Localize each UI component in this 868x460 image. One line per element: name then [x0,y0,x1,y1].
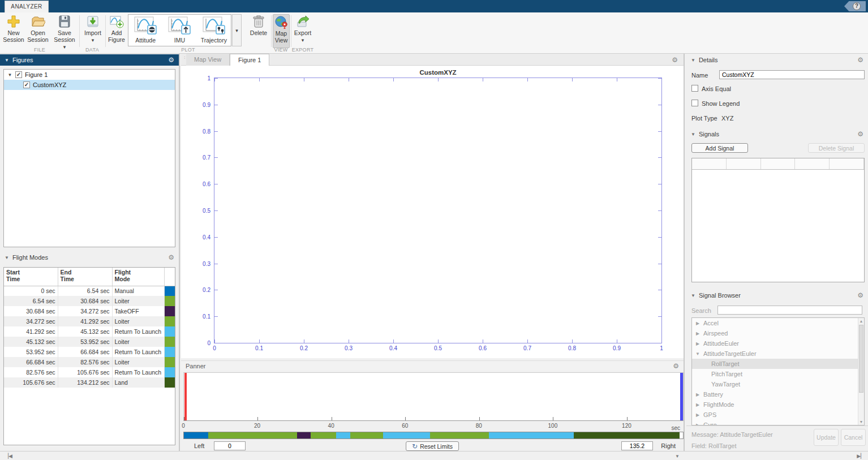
gear-icon[interactable] [168,57,174,63]
tab-figure1[interactable]: Figure 1 [230,54,269,66]
flight-mode-row[interactable]: 0 sec6.54 secManual [4,286,175,296]
x-tick-label: 0.9 [613,345,621,351]
signal-browser-item[interactable]: ▼AttitudeTargetEuler [692,349,864,359]
signal-browser-footer: Message: AttitudeTargetEuler Field: Roll… [686,425,868,451]
tree-expand-icon[interactable]: ▶ [695,392,700,397]
map-view-button[interactable]: Map View [273,14,290,48]
flight-mode-row[interactable]: 41.292 sec45.132 secReturn To Launch [4,326,175,337]
scroll-up-icon[interactable]: ▲ [858,319,864,323]
open-session-button[interactable]: Open Session [26,14,50,43]
y-tick-label: 0.4 [203,234,210,240]
flight-mode-row[interactable]: 105.676 sec134.212 secLand [4,377,175,388]
tree-expand-icon[interactable]: ▼ [7,72,12,78]
import-button[interactable]: Import [81,14,104,44]
delete-signal-button[interactable]: Delete Signal [808,143,865,153]
gear-icon[interactable] [857,292,863,299]
reset-limits-button[interactable]: ↻ Reset Limits [406,441,459,451]
left-limit-input[interactable] [214,441,246,450]
collapse-right-icon[interactable]: ▶▏ [857,453,865,459]
export-icon [295,14,310,29]
y-tick-label: 0.8 [203,128,210,134]
tree-expand-icon[interactable]: ▶ [695,321,700,326]
tab-map-view[interactable]: Map View [186,54,230,66]
gear-icon[interactable] [672,56,678,64]
y-tick-mark [658,78,661,79]
add-signal-button[interactable]: Add Signal [691,143,748,153]
gear-icon[interactable] [857,131,863,137]
panner-tick-label: 0 [182,423,185,429]
dock-handle-icon[interactable]: ⋮⋮ [182,55,185,64]
signal-browser-item[interactable]: ▶GPS [692,410,864,420]
signal-browser-item[interactable]: ▶Accel [692,318,864,328]
collapse-triangle-icon[interactable]: ▼ [5,255,9,260]
panner-right-cursor[interactable] [680,373,683,420]
signal-browser-item[interactable]: ▶Gyro [692,420,864,425]
tree-expand-icon[interactable]: ▼ [695,351,700,356]
axis-equal-checkbox[interactable] [691,85,698,92]
scrollbar-thumb[interactable] [859,325,863,393]
section-label-plot: PLOT [105,47,271,53]
new-session-button[interactable]: New Session [2,14,25,43]
save-session-button[interactable]: Save Session [51,14,78,50]
add-figure-button[interactable]: Add Figure [106,14,127,43]
gear-icon[interactable] [673,363,679,369]
show-legend-checkbox[interactable] [691,100,698,106]
panner-canvas[interactable] [183,372,684,421]
help-button[interactable]: ? [844,1,866,11]
delete-button[interactable]: Delete [248,14,269,36]
start-time-cell: 105.676 sec [4,377,58,388]
trajectory-plot-button[interactable]: Trajectory [197,15,231,46]
tree-item-checkbox[interactable] [23,81,30,88]
tree-scrollbar[interactable]: ▲ ▼ [858,318,864,425]
collapse-triangle-icon[interactable]: ▼ [691,293,695,298]
tree-expand-icon[interactable]: ▶ [695,412,700,418]
gear-icon[interactable] [168,254,174,261]
flight-mode-row[interactable]: 45.132 sec53.952 secLoiter [4,337,175,347]
signal-browser-item[interactable]: ▶FlightMode [692,399,864,410]
tree-expand-icon[interactable]: ▶ [695,331,700,336]
collapse-triangle-icon[interactable]: ▼ [5,58,9,63]
update-button[interactable]: Update [814,429,839,446]
plot-axes[interactable]: 00.10.20.30.40.50.60.70.80.9100.10.20.30… [214,78,662,343]
figure-name-input[interactable] [719,70,865,79]
signal-browser-item[interactable]: ▶AttitudeEuler [692,338,864,349]
flight-mode-row[interactable]: 82.576 sec105.676 secReturn To Launch [4,367,175,377]
export-button[interactable]: Export [292,14,313,44]
flight-mode-row[interactable]: 30.684 sec34.272 secTakeOFF [4,306,175,316]
signal-browser-item[interactable]: ▶Airspeed [692,328,864,338]
panner-tick-label: 120 [622,423,631,429]
flight-mode-row[interactable]: 6.54 sec30.684 secLoiter [4,296,175,306]
collapse-triangle-icon[interactable]: ▼ [691,58,695,63]
tree-expand-icon[interactable]: ▶ [695,402,700,407]
signal-item-label: Battery [703,391,723,398]
show-legend-label: Show Legend [702,100,740,107]
tree-item-label: Figure 1 [25,71,48,78]
signal-browser-item[interactable]: YawTarget [692,379,864,389]
signal-browser-item[interactable]: PitchTarget [692,369,864,379]
collapse-left-icon[interactable]: ▕◀ [5,453,12,459]
search-input[interactable] [717,306,862,315]
tab-analyzer[interactable]: ANALYZER [5,1,49,12]
flight-mode-row[interactable]: 53.952 sec66.684 secReturn To Launch [4,347,175,357]
figures-tree-item[interactable]: ▼Figure 1 [4,70,175,80]
figures-tree-item[interactable]: CustomXYZ [4,80,175,90]
flight-mode-row[interactable]: 34.272 sec41.292 secLoiter [4,316,175,326]
scroll-down-icon[interactable]: ▼ [858,420,864,424]
scroll-down-icon[interactable]: ▼ [675,454,680,459]
attitude-plot-button[interactable]: Attitude [128,15,162,46]
tree-item-label: CustomXYZ [33,81,66,88]
imu-plot-button[interactable]: IMU [162,15,196,46]
panner-left-cursor[interactable] [184,373,187,420]
flight-mode-row[interactable]: 66.684 sec82.576 secLoiter [4,357,175,367]
cancel-button[interactable]: Cancel [841,429,866,446]
flight-mode-cell: Manual [112,286,164,296]
gear-icon[interactable] [857,57,863,63]
signal-browser-item[interactable]: ▶Battery [692,389,864,399]
toolbar: New Session Open Session Save Session Im… [0,12,868,54]
tree-expand-icon[interactable]: ▶ [695,341,700,346]
collapse-triangle-icon[interactable]: ▼ [691,132,695,137]
signal-browser-item[interactable]: RollTarget [692,359,864,369]
right-limit-input[interactable] [621,441,653,450]
tree-item-checkbox[interactable] [15,71,22,78]
gallery-dropdown-button[interactable]: ▾ [232,14,242,46]
